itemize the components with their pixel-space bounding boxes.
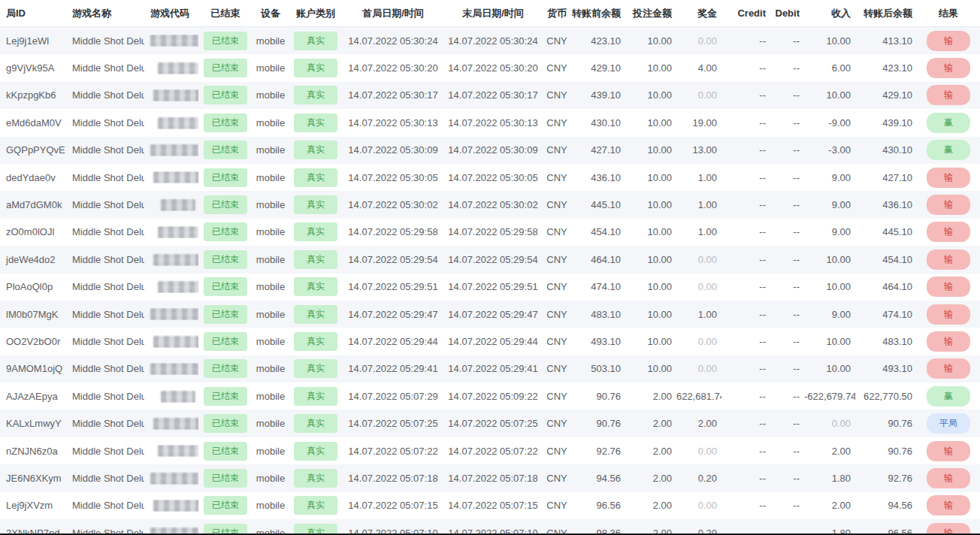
account-type-badge: 真实	[289, 86, 343, 104]
debit: --	[770, 89, 804, 101]
credit: --	[721, 199, 770, 210]
game-name: Middle Shot Deluxe	[66, 309, 144, 320]
table-row[interactable]: lM0b07MgKMiddle Shot Deluxe已结束mobile真实14…	[0, 301, 980, 328]
balance-after-transfer: 92.76	[855, 473, 917, 484]
column-header-finished-badge: 已结束	[198, 7, 253, 20]
game-code-blurred	[158, 62, 198, 74]
balance-before-transfer: 445.10	[571, 199, 625, 210]
start-datetime: 14.07.2022 05:29:47	[343, 309, 443, 320]
table-row[interactable]: eMd6daM0VMiddle Shot Deluxe已结束mobile真实14…	[0, 109, 980, 136]
account-type-badge: 真实	[289, 113, 343, 132]
result-badge: 输	[917, 249, 980, 270]
game-code-redacted	[144, 253, 198, 266]
account-type-badge: 真实	[294, 195, 337, 214]
balance-before-transfer: 436.10	[571, 172, 625, 183]
table-row[interactable]: g9VjVk95AMiddle Shot Deluxe已结束mobile真实14…	[0, 54, 980, 81]
finished-badge: 已结束	[198, 469, 253, 488]
table-row[interactable]: zO0m0lOJlMiddle Shot Deluxe已结束mobile真实14…	[0, 219, 980, 246]
balance-after-transfer: 413.10	[855, 35, 917, 47]
game-name: Middle Shot Deluxe	[66, 500, 144, 511]
table-row[interactable]: nZNJN6z0aMiddle Shot Deluxe已结束mobile真实14…	[0, 437, 980, 464]
table-row[interactable]: jdeWe4do2Middle Shot Deluxe已结束mobile真实14…	[0, 246, 980, 273]
game-code-blurred	[150, 363, 198, 375]
finished-badge: 已结束	[204, 305, 247, 324]
account-type-badge: 真实	[289, 195, 343, 214]
game-code-blurred	[158, 226, 198, 238]
result-badge: 输	[917, 31, 980, 51]
table-row[interactable]: aMd7dGM0kMiddle Shot Deluxe已结束mobile真实14…	[0, 191, 980, 218]
currency: CNY	[543, 363, 571, 374]
end-datetime: 14.07.2022 05:07:15	[443, 500, 543, 511]
column-header-account-type-badge: 账户类别	[289, 7, 343, 20]
account-type-badge: 真实	[289, 277, 343, 296]
debit: --	[770, 254, 804, 265]
table-row[interactable]: KALxLmwyYMiddle Shot Deluxe已结束mobile真实14…	[0, 410, 980, 437]
bet-amount: 2.00	[625, 473, 676, 484]
table-row[interactable]: 2XNkNP7pdMiddle Shot Deluxe已结束mobile真实14…	[0, 519, 980, 535]
credit: --	[721, 144, 770, 156]
table-row[interactable]: JE6N6XKymMiddle Shot Deluxe已结束mobile真实14…	[0, 464, 980, 491]
table-row[interactable]: GQPpPYQvEMiddle Shot Deluxe已结束mobile真实14…	[0, 137, 980, 164]
game-code-blurred	[158, 445, 198, 457]
device: mobile	[253, 226, 289, 237]
table-row[interactable]: Lej9j1eWlMiddle Shot Deluxe已结束mobile真实14…	[0, 27, 980, 54]
column-header-game-code-redacted: 游戏代码	[144, 7, 198, 20]
table-row[interactable]: Lej9jXVzmMiddle Shot Deluxe已结束mobile真实14…	[0, 492, 980, 519]
result-badge: 输	[927, 304, 970, 325]
balance-before-transfer: 474.10	[571, 281, 625, 292]
debit: --	[770, 226, 804, 237]
finished-badge: 已结束	[204, 141, 247, 159]
prize: 0.00	[676, 500, 721, 511]
currency: CNY	[543, 117, 571, 128]
end-datetime: 14.07.2022 05:30:05	[443, 172, 543, 183]
debit: --	[770, 144, 804, 156]
game-name: Middle Shot Deluxe	[66, 62, 144, 74]
credit: --	[721, 336, 770, 347]
table-row[interactable]: PloAoQl0pMiddle Shot Deluxe已结束mobile真实14…	[0, 274, 980, 301]
round-id: GQPpPYQvE	[0, 144, 66, 156]
account-type-badge: 真实	[294, 414, 337, 433]
result-badge: 赢	[917, 113, 980, 133]
start-datetime: 14.07.2022 05:30:02	[343, 199, 443, 210]
device: mobile	[253, 336, 289, 347]
column-header-bet-amount: 投注金额	[625, 7, 676, 20]
account-type-badge: 真实	[294, 496, 337, 515]
balance-before-transfer: 90.76	[571, 391, 625, 402]
game-code-blurred	[153, 500, 198, 512]
table-row[interactable]: OO2V2bO0rMiddle Shot Deluxe已结束mobile真实14…	[0, 328, 980, 355]
account-type-badge: 真实	[289, 32, 343, 50]
table-row[interactable]: AJAzAEpyaMiddle Shot Deluxe已结束mobile真实14…	[0, 382, 980, 410]
balance-before-transfer: 503.10	[571, 363, 625, 374]
account-type-badge: 真实	[294, 141, 337, 159]
game-code-redacted	[144, 198, 198, 211]
table-row[interactable]: kKpzpgKb6Middle Shot Deluxe已结束mobile真实14…	[0, 82, 980, 109]
table-row[interactable]: 9AMOM1ojQMiddle Shot Deluxe已结束mobile真实14…	[0, 355, 980, 382]
game-code-blurred	[153, 336, 198, 348]
end-datetime: 14.07.2022 05:30:17	[443, 89, 543, 101]
currency: CNY	[543, 391, 571, 402]
finished-badge: 已结束	[198, 32, 253, 50]
device: mobile	[253, 172, 289, 183]
currency: CNY	[543, 336, 571, 347]
income: 10.00	[804, 35, 855, 47]
credit: --	[721, 254, 770, 265]
credit: --	[721, 117, 770, 128]
debit: --	[770, 117, 804, 128]
start-datetime: 14.07.2022 05:07:22	[343, 446, 443, 457]
account-type-badge: 真实	[289, 250, 343, 269]
game-name: Middle Shot Deluxe	[66, 254, 144, 265]
finished-badge: 已结束	[198, 414, 253, 433]
credit: --	[721, 35, 770, 47]
finished-badge: 已结束	[198, 222, 253, 241]
bet-amount: 10.00	[625, 309, 676, 320]
debit: --	[770, 309, 804, 320]
table-row[interactable]: dedYdae0vMiddle Shot Deluxe已结束mobile真实14…	[0, 164, 980, 191]
balance-after-transfer: 483.10	[855, 336, 917, 347]
currency: CNY	[543, 418, 571, 429]
game-name: Middle Shot Deluxe	[66, 391, 144, 402]
end-datetime: 14.07.2022 05:29:58	[443, 226, 543, 237]
account-type-badge: 真实	[289, 469, 343, 488]
debit: --	[770, 363, 804, 374]
account-type-badge: 真实	[289, 414, 343, 433]
game-name: Middle Shot Deluxe	[66, 446, 144, 457]
